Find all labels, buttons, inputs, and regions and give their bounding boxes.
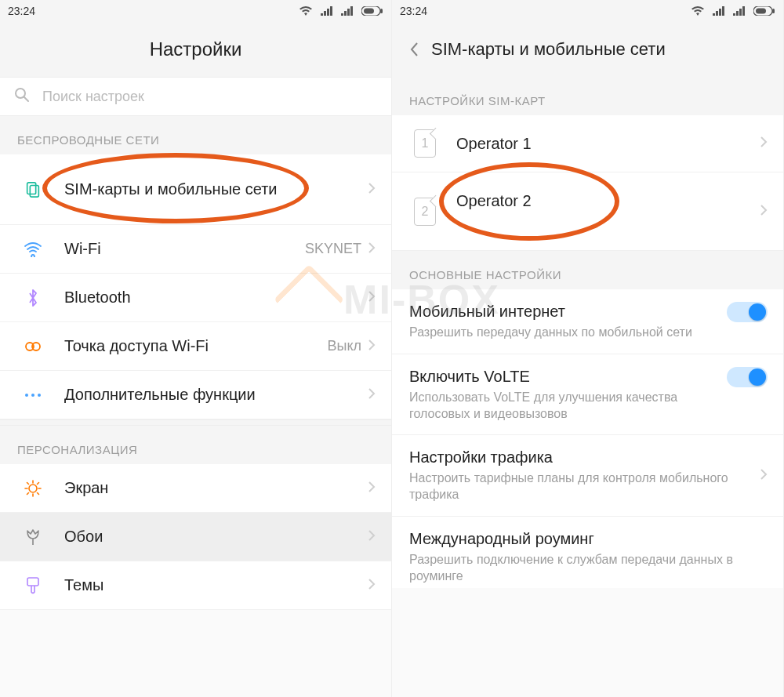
battery-icon [753,6,775,16]
chevron-right-icon [368,387,376,403]
row-label: Международный роуминг [409,529,768,549]
svg-line-12 [24,97,28,101]
row-bluetooth[interactable]: Bluetooth [0,274,391,322]
row-label: Обои [64,527,368,546]
toggle-volte[interactable] [727,367,768,387]
search-bar[interactable]: Поиск настроек [0,77,391,116]
row-sublabel: Настроить тарифные планы для контроля мо… [409,470,760,503]
status-icons [691,5,775,16]
svg-rect-4 [341,13,343,16]
svg-point-20 [29,485,37,492]
phone-right: 23:24 SIM-карты и мобильные сети НАСТРОЙ… [392,0,784,697]
svg-point-19 [38,394,41,397]
chevron-right-icon [368,290,376,306]
chevron-right-icon [760,204,768,220]
chevron-right-icon [760,136,768,151]
row-mobile-internet[interactable]: Мобильный интернет Разрешить передачу да… [392,289,783,354]
row-label: Bluetooth [64,288,368,307]
more-icon [17,392,49,398]
svg-rect-31 [716,11,718,16]
status-time: 23:24 [8,5,35,17]
toggle-mobile-internet[interactable] [727,302,768,322]
sun-icon [17,479,49,498]
status-time: 23:24 [400,5,427,17]
row-traffic[interactable]: Настройки трафика Настроить тарифные пла… [392,435,783,517]
row-more[interactable]: Дополнительные функции [0,371,391,419]
svg-line-27 [27,492,29,494]
sim1-icon: 1 [409,129,441,158]
sim-card-icon [17,181,49,198]
svg-rect-10 [364,9,374,14]
sim-slot-number: 2 [414,198,436,226]
row-label: Точка доступа Wi-Fi [64,336,327,356]
row-label: Темы [64,575,368,595]
wifi-icon [17,241,49,257]
svg-rect-30 [713,13,715,16]
row-sublabel: Разрешить передачу данных по мобильной с… [409,325,727,341]
svg-point-11 [16,89,25,98]
title-bar: SIM-карты и мобильные сети [392,22,783,77]
row-sim2[interactable]: 2 Operator 2 [392,172,783,251]
svg-rect-36 [739,9,742,16]
svg-rect-34 [733,13,735,16]
back-button[interactable] [403,38,425,60]
chevron-right-icon [368,182,376,198]
chevron-right-icon [368,241,376,257]
svg-point-17 [25,394,28,397]
svg-rect-13 [27,182,36,194]
row-display[interactable]: Экран [0,464,391,513]
row-themes[interactable]: Темы [0,561,391,610]
status-icons [299,5,383,16]
svg-rect-32 [719,9,721,16]
sim2-icon: 2 [409,198,441,226]
svg-rect-0 [321,13,323,16]
row-hotspot[interactable]: Точка доступа Wi-Fi Выкл [0,322,391,371]
wifi-icon [299,5,313,16]
phone-left: 23:24 Настройки Поиск настроек БЕСПРОВОД… [0,0,392,697]
chevron-right-icon [368,339,376,354]
row-label: Включить VoLTE [409,367,727,387]
row-label: SIM-карты и мобильные сети [64,180,368,199]
svg-rect-5 [344,11,347,16]
svg-rect-40 [756,9,766,14]
chevron-right-icon [368,529,376,545]
page-title: Настройки [150,38,242,60]
wifi-icon [691,5,705,16]
svg-rect-7 [350,6,353,16]
svg-rect-33 [722,6,724,16]
row-value: Выкл [327,338,361,354]
svg-rect-14 [30,185,38,197]
chevron-right-icon [760,468,768,484]
signal-icon-2 [341,6,354,16]
signal-icon [713,6,725,16]
row-roaming[interactable]: Международный роуминг Разрешить подключе… [392,517,783,588]
row-sim1[interactable]: 1 Operator 1 [392,115,783,172]
section-wireless: БЕСПРОВОДНЫЕ СЕТИ [0,116,391,154]
svg-rect-9 [380,9,383,13]
row-sublabel: Использовать VoLTE для улучшения качеств… [409,390,727,423]
row-sublabel: Разрешить подключение к службам передачи… [409,552,768,585]
row-label: Wi-Fi [64,239,305,259]
chevron-right-icon [368,481,376,496]
row-wifi[interactable]: Wi-Fi SKYNET [0,225,391,274]
battery-icon [361,6,383,16]
signal-icon [321,6,333,16]
row-wallpaper[interactable]: Обои [0,513,391,561]
status-bar: 23:24 [0,0,391,22]
row-label: Operator 2 [456,191,760,211]
bluetooth-icon [17,289,49,307]
status-bar: 23:24 [392,0,783,22]
page-title: SIM-карты и мобильные сети [431,39,666,60]
search-placeholder: Поиск настроек [42,89,144,105]
chevron-right-icon [368,578,376,594]
section-main-settings: ОСНОВНЫЕ НАСТРОЙКИ [392,251,783,289]
svg-rect-6 [347,9,350,16]
svg-rect-2 [327,9,329,16]
row-volte[interactable]: Включить VoLTE Использовать VoLTE для ул… [392,354,783,436]
svg-rect-1 [324,11,326,16]
signal-icon-2 [733,6,746,16]
row-sim-networks[interactable]: SIM-карты и мобильные сети [0,154,391,225]
svg-point-18 [31,394,34,397]
svg-line-28 [38,482,39,484]
svg-rect-37 [742,6,745,16]
